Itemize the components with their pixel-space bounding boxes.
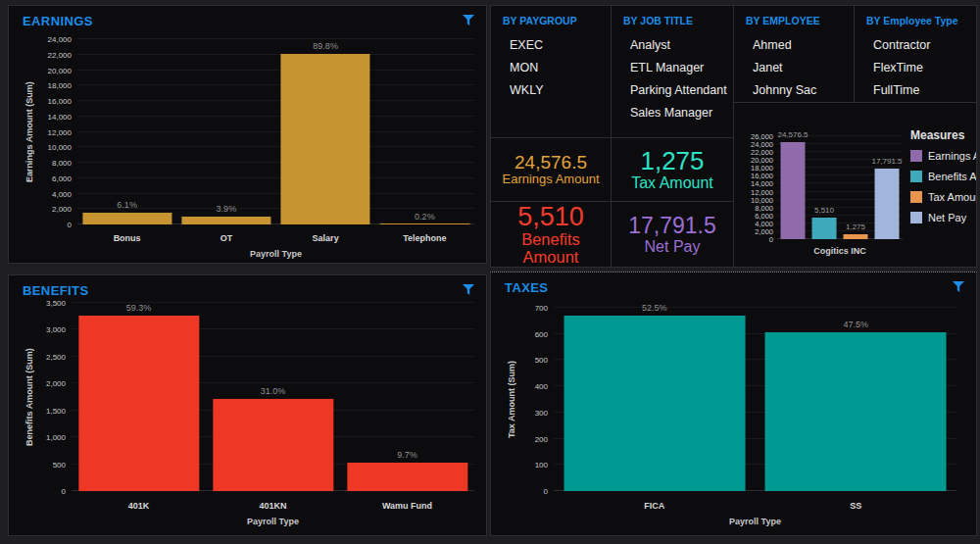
bar-value-label: 59.3% bbox=[126, 303, 152, 313]
bar-salary[interactable] bbox=[281, 54, 370, 224]
filter-item-mon[interactable]: MON bbox=[491, 57, 611, 79]
bar-fica[interactable] bbox=[564, 316, 745, 491]
kpi-label: Tax Amount bbox=[631, 174, 713, 191]
bar-tax-amount[interactable] bbox=[844, 234, 868, 239]
bar-value-label: 89.8% bbox=[313, 41, 338, 51]
y-tick-label: 6,000 bbox=[52, 173, 72, 182]
bar-bonus[interactable] bbox=[82, 213, 172, 224]
x-category-labels: Cogitics INC bbox=[777, 246, 903, 256]
filter-item-exec[interactable]: EXEC bbox=[491, 34, 611, 57]
legend-item-benefits[interactable]: Benefits Amount bbox=[910, 171, 977, 182]
y-tick-label: 20,000 bbox=[751, 156, 773, 165]
y-tick-label: 2,500 bbox=[46, 352, 66, 361]
filter-item-parking-attendant[interactable]: Parking Attendant bbox=[612, 79, 733, 102]
filter-items: Contractor FlexTime FullTime bbox=[855, 34, 976, 102]
bar-401kn[interactable] bbox=[213, 399, 333, 491]
bar-net-pay[interactable] bbox=[875, 169, 900, 239]
taxes-panel-title: TAXES bbox=[505, 280, 548, 295]
filter-items: EXEC MON WKLY bbox=[491, 34, 611, 102]
y-tick-label: 16,000 bbox=[751, 172, 773, 180]
filter-item-wkly[interactable]: WKLY bbox=[491, 79, 611, 102]
y-tick-label: 22,000 bbox=[751, 148, 773, 157]
y-tick-label: 2,000 bbox=[52, 205, 72, 214]
plot-area: 05001,0001,5002,0002,5003,0003,50059.3%3… bbox=[72, 303, 474, 491]
y-tick-label: 2,000 bbox=[46, 379, 66, 388]
x-category-label: OT bbox=[176, 233, 275, 243]
y-tick-label: 4,000 bbox=[52, 189, 72, 198]
y-axis-title: Tax Amount (Sum) bbox=[507, 308, 516, 491]
x-category-label: FICA bbox=[554, 501, 756, 511]
filter-title: BY Employee Type bbox=[855, 6, 976, 26]
y-tick-label: 1,500 bbox=[46, 406, 66, 415]
filter-box-jobtitle: BY JOB TITLE Analyst ETL Manager Parking… bbox=[611, 5, 734, 138]
plot-area: 02,0004,0006,0008,00010,00012,00014,0001… bbox=[77, 39, 474, 224]
filter-box-employee: BY EMPLOYEE Ahmed Janet Johnny Sac bbox=[733, 5, 855, 103]
bar-ot[interactable] bbox=[181, 217, 270, 224]
legend-item-netpay[interactable]: Net Pay bbox=[910, 212, 977, 223]
x-category-label: Bonus bbox=[77, 233, 176, 243]
kpi-benefits-amount: 5,510 Benefits Amount bbox=[490, 201, 612, 268]
bar-benefits-amount[interactable] bbox=[812, 218, 837, 239]
filter-item-etl-manager[interactable]: ETL Manager bbox=[612, 57, 733, 79]
bar-wamu-fund[interactable] bbox=[347, 463, 467, 491]
legend-label: Net Pay bbox=[928, 212, 966, 223]
legend-swatch bbox=[910, 150, 922, 162]
filter-item-sales-manager[interactable]: Sales Manager bbox=[612, 102, 733, 124]
filter-item-contractor[interactable]: Contractor bbox=[855, 34, 976, 57]
filter-item-ahmed[interactable]: Ahmed bbox=[734, 34, 854, 57]
y-tick-label: 2,000 bbox=[755, 226, 773, 235]
y-tick-label: 4,000 bbox=[755, 219, 773, 227]
y-tick-label: 0 bbox=[544, 487, 548, 496]
taxes-panel-header: TAXES bbox=[491, 272, 976, 298]
bar-slot: 3.9% bbox=[176, 39, 275, 224]
x-category-label: Wamu Fund bbox=[340, 501, 474, 511]
y-tick-label: 3,000 bbox=[46, 325, 66, 334]
filter-item-johnny-sac[interactable]: Johnny Sac bbox=[734, 79, 854, 102]
bar-value-label: 24,576.5 bbox=[777, 130, 808, 139]
y-tick-label: 300 bbox=[535, 408, 548, 417]
filter-icon[interactable] bbox=[463, 284, 474, 295]
legend-swatch bbox=[910, 191, 922, 203]
bar-telephone[interactable] bbox=[380, 223, 469, 224]
x-category-label: SS bbox=[756, 501, 957, 511]
y-tick-label: 26,000 bbox=[751, 132, 773, 141]
y-tick-label: 16,000 bbox=[48, 97, 72, 106]
y-tick-label: 8,000 bbox=[755, 203, 773, 212]
bar-slot: 31.0% bbox=[206, 303, 340, 491]
kpi-label: Benefits Amount bbox=[512, 231, 590, 267]
legend-item-earnings[interactable]: Earnings Amount bbox=[910, 150, 977, 162]
bar-slot: 47.5% bbox=[756, 308, 957, 491]
earnings-panel: EARNINGS Earnings Amount (Sum) 02,0004,0… bbox=[8, 5, 487, 264]
filter-title: BY PAYGROUP bbox=[491, 6, 611, 26]
kpi-value: 1,275 bbox=[640, 147, 704, 174]
filter-box-paygroup: BY PAYGROUP EXEC MON WKLY bbox=[490, 5, 612, 138]
filter-items: Ahmed Janet Johnny Sac bbox=[734, 34, 854, 102]
bar-value-label: 9.7% bbox=[397, 450, 417, 460]
filter-item-janet[interactable]: Janet bbox=[734, 57, 854, 79]
y-tick-label: 200 bbox=[535, 434, 548, 443]
kpi-earnings-amount: 24,576.5 Earnings Amount bbox=[490, 137, 612, 202]
x-axis-title: Payroll Type bbox=[554, 517, 956, 526]
filter-icon[interactable] bbox=[953, 281, 964, 292]
x-category-label: 401K bbox=[72, 501, 206, 511]
x-category-labels: BonusOTSalaryTelephone bbox=[77, 233, 474, 243]
y-axis-title: Earnings Amount (Sum) bbox=[24, 39, 34, 224]
legend-item-tax[interactable]: Tax Amount bbox=[910, 191, 977, 203]
bar-value-label: 52.5% bbox=[642, 303, 667, 313]
filter-title: BY EMPLOYEE bbox=[734, 6, 854, 26]
bar-401k[interactable] bbox=[78, 316, 199, 491]
filter-item-fulltime[interactable]: FullTime bbox=[855, 79, 976, 102]
y-tick-label: 700 bbox=[535, 304, 548, 313]
filter-icon[interactable] bbox=[463, 15, 474, 25]
bar-slot: 6.1% bbox=[77, 39, 176, 224]
bar-earnings-amount[interactable] bbox=[781, 142, 806, 239]
filter-item-analyst[interactable]: Analyst bbox=[612, 34, 733, 57]
y-tick-label: 24,000 bbox=[751, 140, 773, 149]
filters-kpi-region: BY PAYGROUP EXEC MON WKLY BY JOB TITLE A… bbox=[490, 5, 977, 268]
filter-item-flextime[interactable]: FlexTime bbox=[855, 57, 976, 79]
plot-area: 02,0004,0006,0008,00010,00012,00014,0001… bbox=[777, 136, 903, 239]
bar-ss[interactable] bbox=[765, 332, 947, 491]
y-tick-label: 500 bbox=[53, 460, 66, 469]
kpi-label: Earnings Amount bbox=[502, 173, 599, 186]
bar-value-label: 0.2% bbox=[415, 212, 435, 222]
